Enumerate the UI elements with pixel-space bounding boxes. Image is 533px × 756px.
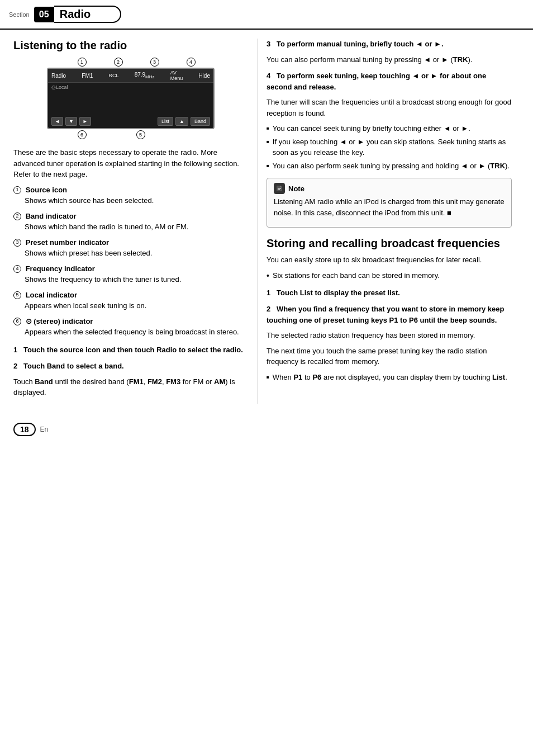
radio-diagram: 1 2 3 4 Radio FM1 RCL 87.9MHz AVMenu Hid… xyxy=(13,58,248,139)
item-list: 1 Source icon Shows which source has bee… xyxy=(13,185,248,338)
item-desc-4: Shows the frequency to which the tuner i… xyxy=(13,274,248,285)
step-4: 4 To perform seek tuning, keep touching … xyxy=(266,70,512,171)
bullet-text-1: You can cancel seek tuning by briefly to… xyxy=(273,123,470,134)
screen-source: Radio xyxy=(51,73,66,79)
callout-6: 6 xyxy=(78,130,87,139)
item-label-6: ⊙ (stereo) indicator xyxy=(26,317,93,325)
page-header: Section 05 Radio xyxy=(0,0,533,30)
item-desc-3: Shows which preset has been selected. xyxy=(13,248,248,259)
screen-arrow-buttons: ◄ ▼ ► xyxy=(51,117,91,126)
callout-3: 3 xyxy=(150,58,159,67)
page-footer: 18 En xyxy=(0,417,533,442)
screen-freq: 87.9MHz xyxy=(135,72,155,79)
bullet-text-2: If you keep touching ◄ or ► you can skip… xyxy=(273,136,512,158)
item-callout-2: 2 xyxy=(13,212,21,220)
step3-body: You can also perform manual tuning by pr… xyxy=(266,54,512,65)
second-section-heading: Storing and recalling broadcast frequenc… xyxy=(266,237,512,250)
section-title-box: Radio xyxy=(54,6,121,23)
store-step-2: 2 When you find a frequency that you wan… xyxy=(266,304,512,382)
store-step-1: 1 Touch List to display the preset list. xyxy=(266,287,512,299)
second-section-intro: You can easily store up to six broadcast… xyxy=(266,254,512,266)
list-button: List xyxy=(158,117,173,126)
second-bullet1-text: Six stations for each band can be stored… xyxy=(273,270,440,282)
screen-hide: Hide xyxy=(198,73,210,79)
left-column: Listening to the radio 1 2 3 4 Radio FM1… xyxy=(0,39,257,404)
callout-2: 2 xyxy=(114,58,123,67)
item-desc-5: Appears when local seek tuning is on. xyxy=(13,300,248,311)
bullet-text-3: You can also perform seek tuning by pres… xyxy=(273,160,510,172)
item-label-1: Source icon xyxy=(26,186,67,194)
callout-5: 5 xyxy=(136,130,145,139)
page-content: Listening to the radio 1 2 3 4 Radio FM1… xyxy=(0,30,533,404)
item-label-2: Band indicator xyxy=(26,212,77,220)
up-button: ▲ xyxy=(175,117,188,126)
item-callout-1: 1 xyxy=(13,186,21,194)
list-item: 5 Local indicator Appears when local see… xyxy=(13,290,248,311)
intro-text: These are the basic steps necessary to o… xyxy=(13,147,248,180)
band-button: Band xyxy=(191,117,210,126)
screen-av: AVMenu xyxy=(170,70,183,81)
item-callout-4: 4 xyxy=(13,265,21,273)
step4-bullet2: If you keep touching ◄ or ► you can skip… xyxy=(266,136,512,158)
step4-bullet1: You can cancel seek tuning by briefly to… xyxy=(266,123,512,134)
callout-4: 4 xyxy=(187,58,196,67)
step3-heading: 3 To perform manual tuning, briefly touc… xyxy=(266,39,512,50)
left-arrow: ◄ xyxy=(51,117,63,126)
store-step1-heading: 1 Touch List to display the preset list. xyxy=(266,287,512,299)
screen-band: FM1 xyxy=(82,73,93,79)
callout-1: 1 xyxy=(78,58,87,67)
note-icon xyxy=(274,183,285,194)
screen-rcl: RCL xyxy=(108,73,118,78)
main-heading: Listening to the radio xyxy=(13,39,248,52)
list-item: 4 Frequency indicator Shows the frequenc… xyxy=(13,263,248,285)
step1-heading: 1 Touch the source icon and then touch R… xyxy=(13,344,248,356)
section-number: 05 xyxy=(34,7,54,22)
item-callout-3: 3 xyxy=(13,239,21,247)
callouts-top: 1 2 3 4 xyxy=(36,58,226,68)
screen-top-bar: Radio FM1 RCL 87.9MHz AVMenu Hide xyxy=(48,69,213,83)
item-desc-1: Shows which source has been selected. xyxy=(13,195,248,206)
note-box: Note Listening AM radio while an iPod is… xyxy=(266,178,512,228)
note-text: Listening AM radio while an iPod is char… xyxy=(274,196,505,218)
list-item: 6 ⊙ (stereo) indicator Appears when the … xyxy=(13,316,248,338)
store-bullet-text: When P1 to P6 are not displayed, you can… xyxy=(273,372,507,383)
callouts-bottom: 6 5 xyxy=(36,129,226,139)
second-bullet1: Six stations for each band can be stored… xyxy=(266,270,512,282)
item-desc-6: Appears when the selected frequency is b… xyxy=(13,327,248,338)
list-item: 1 Source icon Shows which source has bee… xyxy=(13,185,248,206)
page-number: 18 xyxy=(13,423,36,436)
screen-right-buttons: List ▲ Band xyxy=(158,117,210,126)
store-step2-body1: The selected radio station frequency has… xyxy=(266,330,512,341)
step4-bullet3: You can also perform seek tuning by pres… xyxy=(266,160,512,172)
right-column: 3 To perform manual tuning, briefly touc… xyxy=(257,39,525,404)
step4-body1: The tuner will scan the frequencies unti… xyxy=(266,97,512,119)
step2-body: Touch Band until the desired band (FM1, … xyxy=(13,376,248,398)
item-label-3: Preset number indicator xyxy=(26,238,110,247)
item-callout-6: 6 xyxy=(13,318,21,325)
item-label-5: Local indicator xyxy=(26,291,77,299)
list-item: 2 Band indicator Shows which band the ra… xyxy=(13,211,248,233)
note-label: Note xyxy=(288,185,304,193)
list-item: 3 Preset number indicator Shows which pr… xyxy=(13,237,248,259)
footer-language: En xyxy=(40,426,49,433)
item-callout-5: 5 xyxy=(13,291,21,299)
step-1: 1 Touch the source icon and then touch R… xyxy=(13,344,248,356)
store-step2-bullet1: When P1 to P6 are not displayed, you can… xyxy=(266,372,512,383)
store-step2-heading: 2 When you find a frequency that you wan… xyxy=(266,304,512,325)
step2-heading: 2 Touch Band to select a band. xyxy=(13,361,248,372)
note-header: Note xyxy=(274,183,505,194)
item-label-4: Frequency indicator xyxy=(26,264,95,273)
step4-heading: 4 To perform seek tuning, keep touching … xyxy=(266,70,512,92)
down-arrow: ▼ xyxy=(65,117,77,126)
item-desc-2: Shows which band the radio is tuned to, … xyxy=(13,221,248,233)
step-2: 2 Touch Band to select a band. Touch Ban… xyxy=(13,361,248,398)
right-arrow: ► xyxy=(79,117,91,126)
section-label: Section xyxy=(9,11,30,18)
screen-local: ◎Local xyxy=(48,83,213,92)
page-title: Radio xyxy=(60,8,91,21)
store-step2-body2: The next time you touch the same preset … xyxy=(266,346,512,367)
radio-screen: Radio FM1 RCL 87.9MHz AVMenu Hide ◎Local… xyxy=(47,68,215,129)
step-3: 3 To perform manual tuning, briefly touc… xyxy=(266,39,512,65)
